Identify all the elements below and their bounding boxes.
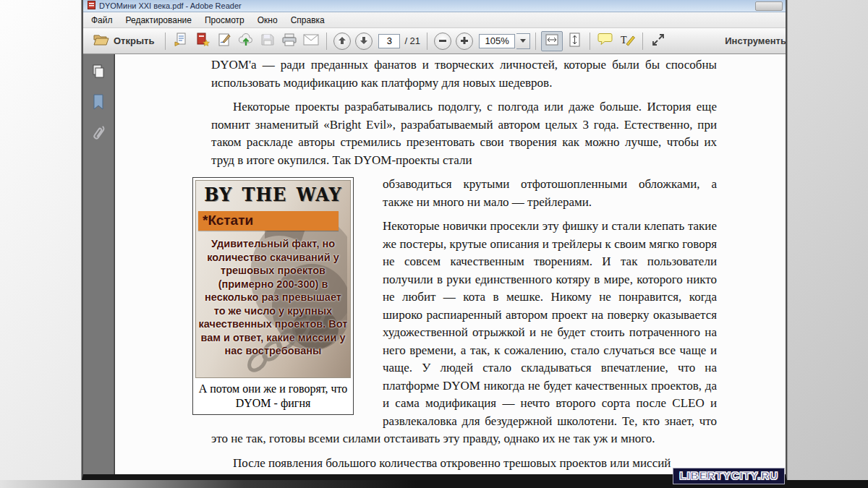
toolbar-separator bbox=[590, 33, 590, 50]
text-annotation-icon: T bbox=[619, 33, 635, 50]
bookmarks-icon bbox=[93, 94, 104, 113]
page-down-icon bbox=[359, 35, 368, 48]
toolbar: Открыть / 21 105% T bbox=[83, 28, 786, 54]
print-button[interactable] bbox=[279, 32, 299, 51]
toolbar-separator bbox=[535, 33, 536, 50]
fullscreen-button[interactable] bbox=[648, 32, 668, 51]
paragraph-1: DYOM'а — ради преданных фанатов и творче… bbox=[211, 56, 717, 92]
page-up-button[interactable] bbox=[333, 33, 351, 50]
window-title: DYOMини XXI века.pdf - Adobe Reader bbox=[99, 1, 242, 10]
save-icon bbox=[260, 33, 275, 50]
fit-page-button[interactable] bbox=[564, 32, 584, 51]
zoom-in-icon bbox=[460, 35, 469, 48]
page-total-label: / 21 bbox=[404, 35, 420, 46]
cloud-upload-button[interactable] bbox=[236, 32, 256, 51]
menu-bar: Файл Редактирование Просмотр Окно Справк… bbox=[83, 12, 786, 28]
zoom-dropdown-icon bbox=[520, 39, 526, 43]
paragraph-4: После появления большого количества откр… bbox=[211, 455, 717, 473]
fit-page-icon bbox=[567, 33, 582, 50]
window-controls[interactable] bbox=[755, 1, 783, 11]
by-the-way-caption: А потом они же и говорят, что DYOM - фиг… bbox=[195, 378, 351, 412]
toolbar-separator bbox=[427, 33, 427, 50]
sign-document-icon bbox=[217, 33, 231, 50]
document-area: DYOM'а — ради преданных фанатов и творче… bbox=[83, 54, 786, 474]
fit-width-button[interactable] bbox=[541, 31, 563, 51]
comment-icon bbox=[597, 33, 613, 49]
kstati-label: *Кстати bbox=[198, 211, 339, 231]
adobe-reader-window: DYOMини XXI века.pdf - Adobe Reader Файл… bbox=[82, 0, 787, 480]
page-thumbnails-button[interactable] bbox=[88, 63, 109, 83]
pdf-create-button[interactable] bbox=[192, 32, 213, 51]
pdf-page: DYOM'а — ради преданных фанатов и творче… bbox=[114, 54, 786, 474]
screenshot-root: DYOMини XXI века.pdf - Adobe Reader Файл… bbox=[0, 0, 868, 488]
libertycity-watermark: LibertyCity.RU bbox=[673, 468, 784, 484]
cloud-upload-icon bbox=[238, 33, 254, 50]
comment-button[interactable] bbox=[595, 32, 616, 51]
open-button-label: Открыть bbox=[114, 35, 154, 46]
caption-line-2: DYOM - фигня bbox=[236, 397, 311, 409]
pdf-file-icon bbox=[88, 1, 95, 11]
page-down-button[interactable] bbox=[355, 33, 373, 50]
navigation-panel bbox=[83, 54, 114, 474]
menu-item-file[interactable]: Файл bbox=[85, 12, 119, 27]
toolbar-separator bbox=[165, 33, 166, 50]
menu-item-window[interactable]: Окно bbox=[251, 12, 284, 27]
caption-line-1: А потом они же и говорят, что bbox=[199, 382, 348, 395]
fullscreen-icon bbox=[651, 33, 665, 50]
page-up-icon bbox=[338, 35, 346, 48]
zoom-dropdown-button[interactable] bbox=[516, 33, 530, 49]
sign-document-button[interactable] bbox=[214, 32, 234, 51]
menu-item-help[interactable]: Справка bbox=[284, 12, 331, 27]
fit-width-icon bbox=[545, 33, 559, 50]
page-number-input[interactable] bbox=[378, 34, 400, 48]
attachments-icon bbox=[91, 123, 106, 145]
save-button[interactable] bbox=[258, 32, 278, 51]
menu-item-view[interactable]: Просмотр bbox=[198, 12, 251, 27]
tools-panel-button[interactable]: Инструменты bbox=[725, 35, 786, 46]
zoom-out-icon bbox=[438, 35, 447, 48]
share-document-button[interactable] bbox=[171, 32, 191, 51]
bookmarks-button[interactable] bbox=[88, 93, 109, 114]
title-bar: DYOMини XXI века.pdf - Adobe Reader bbox=[83, 0, 786, 12]
share-document-icon bbox=[174, 33, 188, 50]
by-the-way-header: BY THE WAY bbox=[196, 183, 350, 205]
toolbar-separator bbox=[326, 33, 327, 50]
by-the-way-box: BY THE WAY *Кстати Удивительный факт, но… bbox=[192, 177, 354, 415]
email-icon bbox=[303, 34, 319, 48]
by-the-way-text: Удивительный факт, но количество скачива… bbox=[196, 237, 350, 358]
by-the-way-image: BY THE WAY *Кстати Удивительный факт, но… bbox=[195, 180, 351, 378]
zoom-in-button[interactable] bbox=[456, 33, 473, 50]
print-icon bbox=[281, 33, 297, 50]
paragraph-2: Некоторые проекты разрабатывались подолг… bbox=[211, 98, 717, 169]
page-thumbnails-icon bbox=[91, 64, 106, 82]
zoom-out-button[interactable] bbox=[434, 33, 451, 50]
open-folder-icon bbox=[93, 33, 109, 48]
pdf-create-icon bbox=[195, 33, 210, 50]
open-button[interactable]: Открыть bbox=[88, 33, 160, 48]
zoom-level-value[interactable]: 105% bbox=[479, 34, 515, 48]
attachments-button[interactable] bbox=[88, 124, 109, 144]
email-button[interactable] bbox=[301, 32, 321, 51]
toolbar-separator bbox=[642, 33, 643, 50]
text-annotation-button[interactable]: T bbox=[617, 32, 637, 51]
menu-item-edit[interactable]: Редактирование bbox=[119, 12, 198, 27]
